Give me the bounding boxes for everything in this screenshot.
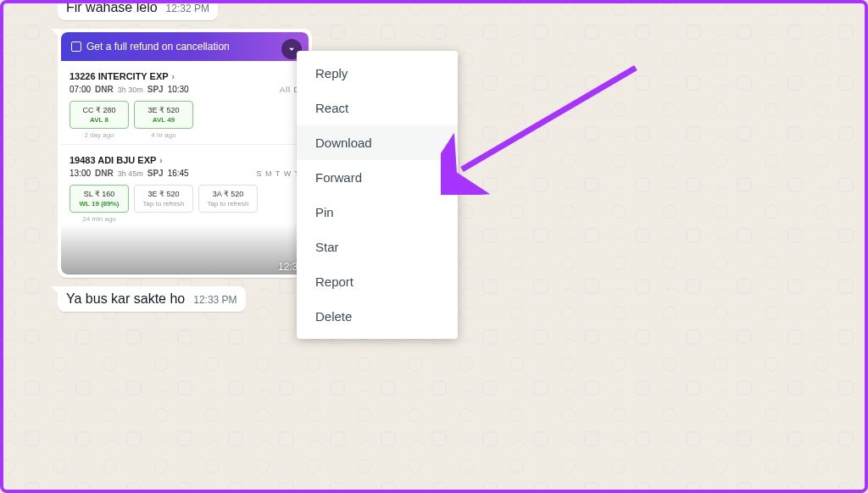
checkbox-icon [71, 42, 81, 52]
chevron-down-icon [286, 43, 298, 55]
train-title: 19483 ADI BJU EXP› [70, 155, 300, 165]
incoming-message[interactable]: Ya bus kar sakte ho 12:33 PM [58, 286, 246, 312]
fare-chip: 3E ₹ 520 AVL 49 [134, 101, 193, 129]
banner-text: Get a full refund on cancellation [86, 41, 230, 53]
menu-star[interactable]: Star [297, 230, 458, 264]
incoming-message[interactable]: Fir wahase lelo 12:32 PM [58, 0, 218, 20]
menu-report[interactable]: Report [297, 264, 458, 299]
context-menu: Reply React Download Forward Pin Star Re… [297, 51, 458, 339]
fare-chip: 3A ₹ 520 Tap to refresh [198, 185, 258, 213]
fare-chip: 3E ₹ 520 Tap to refresh [134, 185, 193, 213]
train-image-content: Get a full refund on cancellation 13226 … [61, 32, 309, 274]
menu-reply[interactable]: Reply [297, 56, 458, 91]
fare-chip: SL ₹ 160 WL 19 (89%) [70, 185, 129, 213]
fare-chip: CC ₹ 280 AVL 8 [70, 101, 129, 129]
message-time: 12:33 PM [193, 294, 236, 306]
menu-pin[interactable]: Pin [297, 195, 458, 230]
train-title: 13226 INTERCITY EXP› [70, 71, 300, 81]
train-item: 13226 INTERCITY EXP› 07:00 DNR 3h 30m SP… [61, 61, 309, 145]
menu-react[interactable]: React [297, 91, 458, 125]
menu-delete[interactable]: Delete [297, 299, 458, 334]
menu-forward[interactable]: Forward [297, 160, 458, 195]
chevron-right-icon: › [159, 156, 162, 165]
image-message[interactable]: Get a full refund on cancellation 13226 … [58, 29, 312, 278]
menu-download[interactable]: Download [297, 125, 458, 160]
chevron-right-icon: › [172, 72, 175, 81]
train-schedule: 13:00 DNR 3h 45m SPJ 16:45 S M T W T [70, 169, 300, 178]
message-text: Ya bus kar sakte ho [66, 291, 185, 307]
refund-banner: Get a full refund on cancellation [61, 32, 309, 61]
message-time: 12:32 PM [166, 3, 209, 14]
train-schedule: 07:00 DNR 3h 30m SPJ 10:30 All D [70, 85, 300, 94]
message-text: Fir wahase lelo [66, 0, 158, 15]
